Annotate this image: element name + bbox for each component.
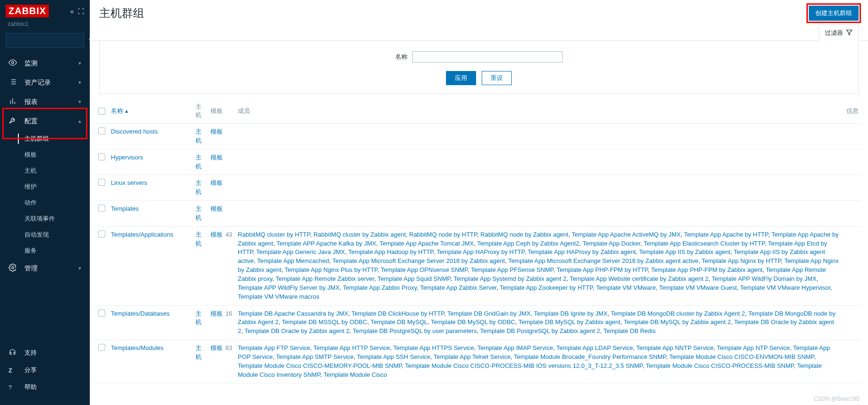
member-link[interactable]: RabbitMQ cluster by Zabbix agent [313,231,406,238]
member-link[interactable]: Template App PFSense SNMP [471,266,553,273]
member-link[interactable]: Template DB MySQL by Zabbix agent [518,318,620,326]
nav-support[interactable]: 支持 [0,344,90,362]
search-input[interactable] [10,37,89,44]
templates-link[interactable]: 模板 [211,310,223,317]
sidebar-item-maintenance[interactable]: 维护 [0,179,90,195]
sidebar-item-services[interactable]: 服务 [0,243,90,259]
member-link[interactable]: Template Module Brocade_Foundry Performa… [514,353,665,360]
row-checkbox[interactable] [98,127,105,135]
member-link[interactable]: Template App LDAP Service [556,344,633,351]
member-link[interactable]: Template App Systemd by Zabbix agent 2 [454,275,566,282]
member-link[interactable]: Template App Hadoop by HTTP [348,248,433,255]
member-link[interactable]: Template App HAProxy by HTTP [437,248,524,255]
col-name-header[interactable]: 名称 ▴ [111,107,128,114]
filter-tab[interactable]: 过滤器 [819,24,859,41]
filter-name-input[interactable] [412,51,563,63]
member-link[interactable]: Template Module Cisco CISCO-ENVMON-MIB S… [669,353,814,360]
member-link[interactable]: Template App Microsoft Exchange Server 2… [508,257,698,264]
member-link[interactable]: Template App PHP-FPM by Zabbix agent [651,266,763,273]
member-link[interactable]: Template DB ClickHouse by HTTP [352,310,444,317]
member-link[interactable]: Template App Apache by HTTP [684,231,768,238]
member-link[interactable]: Template DB Apache Cassandra by JMX [238,310,348,317]
group-name-link[interactable]: Templates [111,205,139,212]
member-link[interactable]: Template DB GridGain by JMX [447,310,531,317]
member-link[interactable]: Template DB PostgreSQL by user parameter… [353,327,477,334]
member-link[interactable]: Template App Website certificate by Zabb… [570,275,708,282]
member-link[interactable]: Template VM VMware Hypervisor [740,284,830,291]
member-link[interactable]: Template DB MongoDB cluster by Zabbix Ag… [611,310,745,317]
group-name-link[interactable]: Templates/Modules [111,344,164,351]
member-link[interactable]: Template App Apache Tomcat JMX [379,240,474,247]
member-link[interactable]: Template DB Redis [603,327,656,334]
member-link[interactable]: Template DB Ignite by JMX [534,310,608,317]
nav-help[interactable]: ? 帮助 [0,379,90,396]
member-link[interactable]: Template APP Apache Kafka by JMX [276,240,376,247]
hosts-link[interactable]: 主机 [195,205,202,221]
member-link[interactable]: Template Module Cisco CISCO-PROCESS-MIB … [646,362,794,369]
member-link[interactable]: Template Module Cisco [323,371,387,378]
member-link[interactable]: Template DB MySQL [370,318,427,326]
member-link[interactable]: Template App Ceph by Zabbix Agent2 [477,240,579,247]
member-link[interactable]: Template App Elasticsearch Cluster by HT… [644,240,765,247]
hosts-link[interactable]: 主机 [195,344,202,360]
sidebar-item-correlation[interactable]: 关联项事件 [0,211,90,227]
member-link[interactable]: Template DB MSSQL by ODBC [282,318,368,326]
templates-link[interactable]: 模板 [211,154,223,161]
search-box[interactable] [6,33,84,48]
templates-link[interactable]: 模板 [211,128,223,135]
group-name-link[interactable]: Templates/Databases [111,310,170,317]
hosts-link[interactable]: 主机 [195,154,202,170]
member-link[interactable]: Template DB Oracle by Zabbix agent 2 [244,327,349,334]
member-link[interactable]: RabbitMQ cluster by HTTP [238,231,310,238]
member-link[interactable]: Template App PHP-FPM by HTTP [556,266,648,273]
member-link[interactable]: Template App Zookeeper by HTTP [500,284,593,291]
templates-link[interactable]: 模板 [211,205,223,212]
member-link[interactable]: Template DB MySQL by Zabbix agent 2 [624,318,731,326]
member-link[interactable]: Template VM VMware Guest [659,284,736,291]
group-name-link[interactable]: Hypervisors [111,154,143,161]
member-link[interactable]: Template App Zabbix Proxy [343,284,417,291]
member-link[interactable]: Template APP WildFly Domain by JMX [712,275,817,282]
member-link[interactable]: RabbitMQ node by Zabbix agent [480,231,568,238]
member-link[interactable]: Template App IIS by Zabbix agent [639,248,730,255]
select-all-checkbox[interactable] [98,108,105,115]
member-link[interactable]: Template App NNTP Service [636,344,714,351]
member-link[interactable]: Template App Nginx Plus by HTTP [285,266,378,273]
fullscreen-icon[interactable]: ⛶ [78,8,84,15]
templates-link[interactable]: 模板 [211,231,223,238]
member-link[interactable]: Template App Microsoft Exchange Server 2… [332,257,505,264]
member-link[interactable]: Template App Squid SNMP [377,275,450,282]
member-link[interactable]: Template APP WildFly Server by JMX [238,284,340,291]
sidebar-item-discovery[interactable]: 自动发现 [0,227,90,243]
nav-share[interactable]: Z 分享 [0,362,90,379]
member-link[interactable]: Template App SMTP Service [276,353,353,360]
sidebar-item-templates[interactable]: 模板 [0,147,90,163]
member-link[interactable]: Template DB MySQL by ODBC [431,318,515,326]
member-link[interactable]: Template App SSH Service [357,353,430,360]
hosts-link[interactable]: 主机 [195,128,202,144]
reset-button[interactable]: 重设 [482,71,512,85]
row-checkbox[interactable] [98,179,105,186]
member-link[interactable]: Template App HTTPS Service [393,344,474,351]
sidebar-item-hostgroups[interactable]: 主机群组 [0,131,90,147]
row-checkbox[interactable] [98,153,105,160]
sidebar-item-hosts[interactable]: 主机 [0,163,90,179]
create-hostgroup-button[interactable]: 创建主机群组 [809,6,859,21]
member-link[interactable]: Template App HAProxy by Zabbix agent [528,248,636,255]
row-checkbox[interactable] [98,310,105,317]
member-link[interactable]: Template App Remote Zabbix server [276,275,375,282]
member-link[interactable]: Template VM VMware macros [238,293,319,300]
member-link[interactable]: Template App HTTP Service [313,344,390,351]
nav-inventory[interactable]: 资产记录 ▾ [0,73,90,92]
row-checkbox[interactable] [98,205,105,212]
member-link[interactable]: RabbitMQ node by HTTP [409,231,477,238]
hosts-link[interactable]: 主机 [195,310,202,326]
nav-monitor[interactable]: 监测 ▾ [0,54,90,73]
member-link[interactable]: Template App OPNsense SNMP [381,266,468,273]
group-name-link[interactable]: Templates/Applications [111,231,173,238]
apply-button[interactable]: 应用 [446,71,476,85]
member-link[interactable]: Template App Zabbix Server [420,284,497,291]
member-link[interactable]: Template Module Cisco CISCO-PROCESS-MIB … [405,362,643,369]
nav-config[interactable]: 配置 ▴ [0,111,90,131]
member-link[interactable]: Template App Docker [583,240,641,247]
